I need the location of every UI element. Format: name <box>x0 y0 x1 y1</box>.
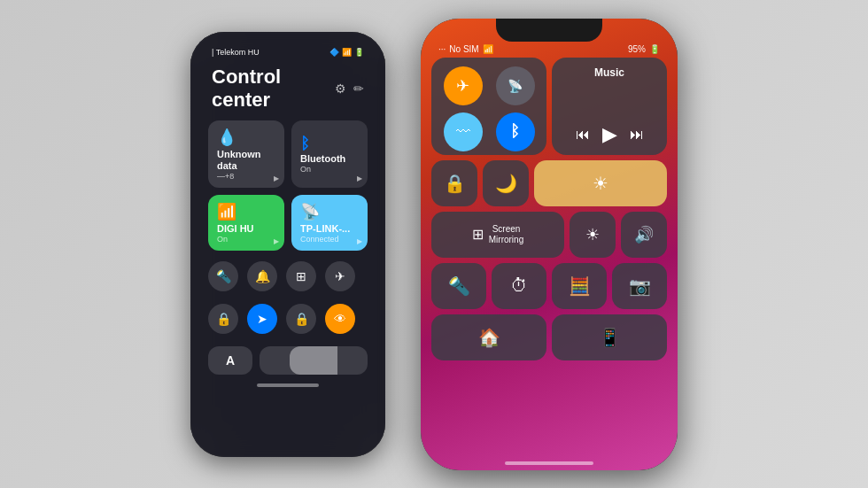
bell-btn[interactable]: 🔔 <box>247 261 277 291</box>
data-title: Unknown data <box>217 149 275 172</box>
carrier-text: | Telekom HU <box>212 48 260 57</box>
bluetooth-icon: 🔷 <box>329 48 339 57</box>
battery-pct: 95% <box>628 44 646 54</box>
digi-sub: On <box>217 235 275 244</box>
phone-left: | Telekom HU 🔷 📶 🔋 Control center ⚙ ✏ <box>190 32 385 457</box>
bluetooth-title: Bluetooth <box>300 153 359 165</box>
screen-mirror-text: ScreenMirroring <box>489 224 523 245</box>
flashlight-btn[interactable]: 🔦 <box>208 261 238 291</box>
wifi-sub: Connected <box>300 235 359 244</box>
edit-icon[interactable]: ✏ <box>353 81 364 96</box>
cc-extra-row: 🏠 📱 <box>431 314 667 360</box>
status-icons-left: 🔷 📶 🔋 <box>329 48 364 57</box>
brightness-slider-btn[interactable]: ☀ <box>570 212 616 258</box>
home-indicator-left <box>257 383 319 387</box>
scene: | Telekom HU 🔷 📶 🔋 Control center ⚙ ✏ <box>0 0 868 488</box>
letter-a: A <box>226 353 235 368</box>
brightness-icon: ☀ <box>593 173 608 194</box>
data-tile[interactable]: 💧 Unknown data —+8 ▶ <box>208 120 284 188</box>
volume-icon: 🔊 <box>634 225 654 244</box>
brightness-block[interactable]: ☀ <box>534 160 667 206</box>
wifi-status-icon: 📶 <box>483 44 493 54</box>
cc-bottom-icons: 🔦 ⏱ 🧮 📷 <box>431 263 667 309</box>
cc-title-row: Control center ⚙ ✏ <box>199 60 376 120</box>
next-btn[interactable]: ⏭ <box>630 127 644 143</box>
moon-icon: 🌙 <box>495 173 517 194</box>
remote-btn[interactable]: 📱 <box>552 314 667 360</box>
cc-title-icons: ⚙ ✏ <box>335 81 364 96</box>
bt-arrow: ▶ <box>357 174 362 182</box>
play-btn[interactable]: ▶ <box>602 123 617 146</box>
eye-btn[interactable]: 👁 <box>325 304 355 334</box>
wifi-arrow: ▶ <box>357 237 362 245</box>
wifi-tile[interactable]: 📡 TP-LINK-... Connected ▶ <box>291 195 368 251</box>
lock-rotation-btn[interactable]: 🔒 <box>208 304 238 334</box>
dots-icon: ··· <box>438 44 446 54</box>
digi-arrow: ▶ <box>274 237 279 245</box>
screen-mirror-btn[interactable]: ⊞ <box>286 261 316 291</box>
status-bar-left: | Telekom HU 🔷 📶 🔋 <box>199 41 376 60</box>
wifi-tile-icon: 📡 <box>300 202 359 221</box>
lock-rotation-icon: 🔒 <box>444 173 466 194</box>
screen-mirror-icon: ⊞ <box>472 226 484 243</box>
connectivity-grid: 💧 Unknown data —+8 ▶ ᛒ Bluetooth On ▶ 📶 <box>199 120 376 252</box>
no-sim-text: No SIM <box>449 44 478 54</box>
lock-btn[interactable]: 🔒 <box>286 304 316 334</box>
sun-icon: ☀ <box>585 225 600 244</box>
data-icon: 💧 <box>217 128 275 147</box>
status-right: 95% 🔋 <box>628 44 660 54</box>
digi-tile[interactable]: 📶 DIGI HU On ▶ <box>208 195 284 251</box>
bluetooth-tile[interactable]: ᛒ Bluetooth On ▶ <box>291 120 368 188</box>
bluetooth-sub: On <box>300 165 359 174</box>
bluetooth-btn[interactable]: ᛒ <box>496 112 535 151</box>
home-btn[interactable]: 🏠 <box>431 314 546 360</box>
music-title: Music <box>559 66 660 79</box>
calculator-btn[interactable]: 🧮 <box>552 263 607 309</box>
data-sub: —+8 <box>217 172 275 181</box>
flashlight-btn-right[interactable]: 🔦 <box>431 263 486 309</box>
battery-icon-right: 🔋 <box>649 44 660 54</box>
icon-grid-row1: 🔦 🔔 ⊞ ✈ <box>199 258 376 295</box>
cc-bottom: A <box>199 343 376 378</box>
battery-icon: 🔋 <box>354 48 364 57</box>
connectivity-block: ✈ 📡 〰 ᛒ <box>431 58 546 155</box>
cc-top-row: ✈ 📡 〰 ᛒ Music ⏮ ▶ ⏭ <box>431 58 667 155</box>
bt-icon: ᛒ <box>300 135 310 153</box>
location-btn[interactable]: ➤ <box>247 304 277 334</box>
timer-btn[interactable]: ⏱ <box>492 263 546 309</box>
digi-icon: 📶 <box>217 202 275 221</box>
phone-left-screen: | Telekom HU 🔷 📶 🔋 Control center ⚙ ✏ <box>190 32 385 457</box>
text-size-btn[interactable]: A <box>208 346 252 375</box>
phone-right-screen: ··· No SIM 📶 95% 🔋 ✈ 📡 〰 <box>421 19 678 470</box>
cc-mid-row: 🔒 🌙 ☀ <box>431 160 667 206</box>
icon-grid-row2: 🔒 ➤ 🔒 👁 <box>199 300 376 337</box>
cellular-btn[interactable]: 📡 <box>496 66 535 105</box>
slider-fill <box>290 346 338 375</box>
prev-btn[interactable]: ⏮ <box>576 127 590 143</box>
settings-icon[interactable]: ⚙ <box>335 81 346 96</box>
brightness-slider[interactable] <box>260 346 368 375</box>
cc-overlay: ✈ 📡 〰 ᛒ Music ⏮ ▶ ⏭ <box>431 58 667 453</box>
signal-icon: 📶 <box>342 48 352 57</box>
data-arrow: ▶ <box>274 174 279 182</box>
status-left: ··· No SIM 📶 <box>438 44 493 54</box>
music-block: Music ⏮ ▶ ⏭ <box>552 58 667 155</box>
camera-btn[interactable]: 📷 <box>612 263 667 309</box>
wifi-title: TP-LINK-... <box>300 223 359 235</box>
phone-right: ··· No SIM 📶 95% 🔋 ✈ 📡 〰 <box>421 19 678 470</box>
screen-mirroring-btn[interactable]: ⊞ ScreenMirroring <box>431 212 564 258</box>
wifi-btn[interactable]: 〰 <box>444 112 483 151</box>
volume-btn[interactable]: 🔊 <box>621 212 667 258</box>
airplane-btn[interactable]: ✈ <box>325 261 355 291</box>
home-indicator-right <box>505 461 593 465</box>
airplane-mode-btn[interactable]: ✈ <box>444 66 483 105</box>
notch <box>496 19 602 42</box>
cc-mirror-row: ⊞ ScreenMirroring ☀ 🔊 <box>431 212 667 258</box>
music-controls: ⏮ ▶ ⏭ <box>559 123 660 146</box>
do-not-disturb-btn[interactable]: 🌙 <box>483 160 529 206</box>
cc-title: Control center <box>212 66 335 112</box>
lock-rotation-btn-right[interactable]: 🔒 <box>431 160 477 206</box>
digi-title: DIGI HU <box>217 223 275 235</box>
